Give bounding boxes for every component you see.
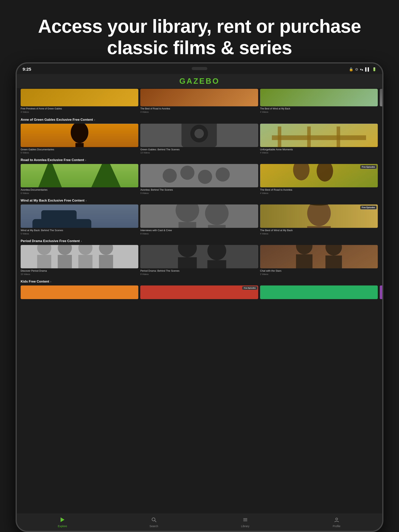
nav-search[interactable]: Search [108, 514, 200, 531]
period-thumb-0 [21, 245, 138, 268]
content-area[interactable]: Free Previews of Anne of Green Gables 4 … [17, 88, 382, 514]
svg-rect-45 [78, 255, 93, 268]
wind-count-1: 8 Videos [140, 233, 258, 235]
nav-explore[interactable]: Explore [17, 514, 108, 531]
top-label-0: Free Previews of Anne of Green Gables [21, 107, 138, 110]
svg-rect-60 [260, 285, 378, 299]
page-background: Access your library, rent or purchase cl… [0, 0, 399, 532]
section-anne-header[interactable]: Anne of Green Gables Exclusive Free Cont… [17, 115, 382, 124]
wind-grid-row: Wind at My Back: Behind The Scenes 5 Vid… [17, 204, 382, 236]
top-label-1: The Best of Road to Avonlea [140, 107, 258, 110]
section-kids-header[interactable]: Kids Free Content › [17, 277, 382, 285]
section-avonlea-header[interactable]: Road to Avonlea Exclusive Free Content › [17, 155, 382, 164]
anne-item-2[interactable]: Unforgettable Anne Moments 4 Videos [260, 124, 378, 154]
section-period-header[interactable]: Period Drama Exclusive Free Content › [17, 236, 382, 245]
period-label-2: Chat with the Stars [260, 269, 378, 273]
tablet-frame: 9:25 🔒 ⊙ ▾▴ ▌▌ 🔋 GAZEBO [16, 62, 383, 532]
avonlea-item-0[interactable]: Avonlea Documentaries 6 Videos [21, 164, 138, 194]
kids-grid-row: Free Episodes [17, 285, 382, 300]
status-time: 9:25 [23, 67, 31, 72]
top-thumb-1 [140, 89, 258, 106]
anne-label-0: Green Gables Documentaries [21, 148, 138, 151]
period-item-2[interactable]: Chat with the Stars 2 Videos [260, 245, 378, 275]
top-thumb-3 [380, 89, 382, 106]
top-label-2: The Best of Wind at My Back [260, 107, 378, 110]
top-item-0[interactable]: Free Previews of Anne of Green Gables 4 … [21, 89, 138, 113]
status-icons: 🔒 ⊙ ▾▴ ▌▌ 🔋 [349, 67, 376, 71]
nav-profile[interactable]: Profile [291, 514, 382, 531]
anne-count-2: 4 Videos [260, 152, 378, 154]
top-thumb-2 [260, 89, 378, 106]
svg-rect-36 [307, 226, 331, 228]
wind-count-2: 4 Videos [260, 233, 378, 235]
svg-rect-58 [21, 285, 138, 299]
svg-rect-12 [21, 164, 138, 187]
period-label-1: Period Drama: Behind The Scenes [140, 269, 258, 273]
svg-rect-50 [178, 257, 197, 268]
kids-item-0[interactable] [21, 285, 138, 299]
kids-item-2[interactable] [260, 285, 378, 299]
nav-library[interactable]: Library [200, 514, 291, 531]
wind-item-0[interactable]: Wind at My Back: Behind The Scenes 5 Vid… [21, 204, 138, 235]
anne-count-0: 6 Videos [21, 152, 138, 154]
kids-thumb-0 [21, 285, 138, 299]
kids-thumb-2 [260, 285, 378, 299]
svg-point-20 [216, 167, 230, 182]
period-count-1: 8 Videos [140, 273, 258, 275]
svg-rect-28 [41, 210, 77, 222]
svg-rect-2 [75, 143, 84, 147]
svg-point-6 [194, 129, 204, 138]
top-item-3[interactable] [380, 89, 382, 113]
wind-thumb-2: Free Episodes [260, 204, 378, 228]
anne-label-1: Green Gables: Behind The Scenes [140, 148, 258, 151]
avonlea-thumb-0 [21, 164, 138, 187]
top-item-2[interactable]: The Best of Wind at My Back 4 Videos [260, 89, 378, 113]
top-count-0: 4 Videos [21, 111, 138, 113]
kids-thumb-3: Free Episodes [380, 285, 382, 299]
wind-count-0: 5 Videos [21, 233, 138, 235]
top-count-2: 4 Videos [260, 111, 378, 113]
svg-rect-41 [37, 255, 51, 268]
avonlea-count-0: 6 Videos [21, 192, 138, 194]
camera-notch [192, 67, 207, 70]
anne-label-2: Unforgettable Anne Moments [260, 148, 378, 151]
svg-point-63 [152, 518, 155, 521]
profile-icon [334, 517, 339, 524]
kids-free-badge-1: Free Episodes [242, 286, 257, 290]
wind-item-2[interactable]: Free Episodes The Best of Wind at My Bac… [260, 204, 378, 235]
top-item-1[interactable]: The Best of Road to Avonlea 4 Videos [140, 89, 258, 113]
svg-rect-47 [99, 255, 113, 268]
play-icon [60, 517, 65, 524]
anne-item-1[interactable]: Green Gables: Behind The Scenes 13 Video… [140, 124, 258, 154]
section-kids-title: Kids Free Content [21, 280, 49, 284]
section-period-title: Period Drama Exclusive Free Content [21, 239, 80, 243]
period-thumb-2 [260, 245, 378, 268]
section-wind-title: Wind at My Back Exclusive Free Content [21, 199, 84, 203]
svg-point-17 [163, 169, 177, 183]
anne-thumb-2 [260, 124, 378, 147]
wind-label-0: Wind at My Back: Behind The Scenes [21, 229, 138, 232]
kids-item-1[interactable]: Free Episodes [140, 285, 258, 299]
svg-rect-57 [325, 255, 342, 268]
period-item-0[interactable]: Discover Period Drama 15 Videos [21, 245, 138, 275]
signal-icon: ▌▌ [365, 67, 370, 71]
kids-item-3[interactable]: Free Episodes [380, 285, 382, 299]
top-count-1: 4 Videos [140, 111, 258, 113]
page-title: Access your library, rent or purchase cl… [23, 16, 376, 59]
svg-rect-32 [179, 222, 196, 228]
wind-item-1[interactable]: Interviews with Cast & Crew 8 Videos [140, 204, 258, 235]
anne-item-0[interactable]: Green Gables Documentaries 6 Videos [21, 124, 138, 154]
period-item-1[interactable]: Period Drama: Behind The Scenes 8 Videos [140, 245, 258, 275]
anne-thumb-1 [140, 124, 258, 147]
free-episodes-badge-wind: Free Episodes [360, 206, 377, 209]
nav-library-label: Library [241, 525, 249, 528]
wind-thumb-0 [21, 204, 138, 228]
avonlea-item-2[interactable]: Free Episodes The Best of Road to Avonle… [260, 164, 378, 194]
nav-profile-label: Profile [333, 525, 341, 528]
section-wind-header[interactable]: Wind at My Back Exclusive Free Content › [17, 196, 382, 204]
library-icon [243, 517, 248, 524]
avonlea-thumb-1 [140, 164, 258, 187]
avonlea-thumb-2: Free Episodes [260, 164, 378, 187]
chevron-icon-2: › [85, 158, 86, 162]
avonlea-item-1[interactable]: Avonlea: Behind The Scenes 9 Videos [140, 164, 258, 194]
